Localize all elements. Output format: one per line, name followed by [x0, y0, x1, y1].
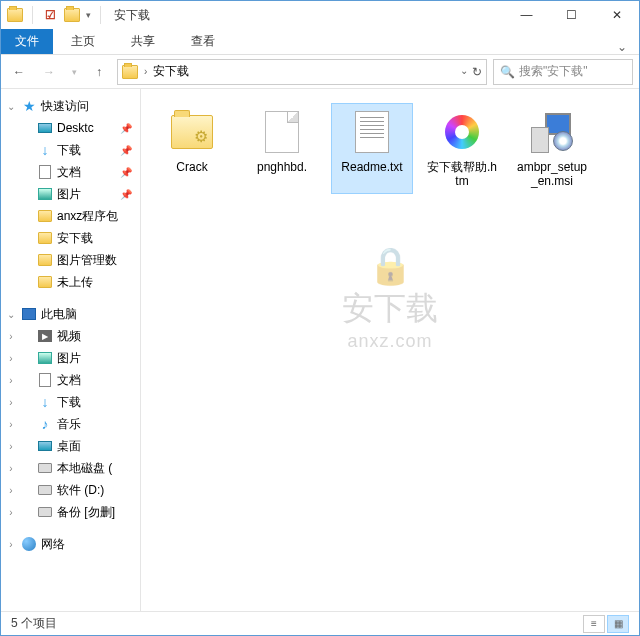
folder-icon	[37, 252, 53, 268]
sidebar-item-pictures[interactable]: 图片📌	[1, 183, 140, 205]
sidebar-item-music[interactable]: ›♪音乐	[1, 413, 140, 435]
navbar: ← → ▾ ↑ › 安下载 ⌄ ↻ 🔍 搜索"安下载"	[1, 55, 639, 89]
pin-icon: 📌	[120, 123, 136, 134]
qat-newfolder-icon[interactable]	[64, 7, 80, 23]
search-box[interactable]: 🔍 搜索"安下载"	[493, 59, 633, 85]
pin-icon: 📌	[120, 145, 136, 156]
download-icon: ↓	[37, 394, 53, 410]
star-icon: ★	[21, 98, 37, 114]
minimize-button[interactable]: —	[504, 1, 549, 29]
pin-icon: 📌	[120, 167, 136, 178]
sidebar-item-desktop[interactable]: Desktc📌	[1, 117, 140, 139]
forward-button[interactable]: →	[37, 60, 61, 84]
watermark: 🔒 安下载 anxz.com	[342, 244, 438, 351]
view-icons-button[interactable]: ▦	[607, 615, 629, 633]
ribbon-tabs: 文件 主页 共享 查看 ⌄	[1, 29, 639, 55]
tab-share[interactable]: 共享	[113, 29, 173, 54]
refresh-button[interactable]: ↻	[472, 65, 482, 79]
download-icon: ↓	[37, 142, 53, 158]
desktop-icon	[37, 438, 53, 454]
document-icon	[37, 372, 53, 388]
sidebar-item-downloads2[interactable]: ›↓下载	[1, 391, 140, 413]
sidebar-item-notuploaded[interactable]: 未上传	[1, 271, 140, 293]
picture-icon	[37, 350, 53, 366]
sidebar-item-pictures2[interactable]: ›图片	[1, 347, 140, 369]
file-list[interactable]: 🔒 安下载 anxz.com Crack pnghhbd. Readme.txt…	[141, 89, 639, 611]
desktop-icon	[37, 120, 53, 136]
this-pc[interactable]: ⌄此电脑	[1, 303, 140, 325]
music-icon: ♪	[37, 416, 53, 432]
statusbar: 5 个项目 ≡ ▦	[1, 611, 639, 635]
tab-file[interactable]: 文件	[1, 29, 53, 54]
network-icon	[21, 536, 37, 552]
address-dropdown-icon[interactable]: ⌄	[460, 65, 468, 79]
sidebar-item-backup[interactable]: ›备份 [勿删]	[1, 501, 140, 523]
back-button[interactable]: ←	[7, 60, 31, 84]
search-icon: 🔍	[500, 65, 515, 79]
file-item-setup-msi[interactable]: ambpr_setup_en.msi	[511, 103, 593, 194]
window-title: 安下载	[114, 7, 150, 24]
sidebar-item-desktop2[interactable]: ›桌面	[1, 435, 140, 457]
file-item-readme[interactable]: Readme.txt	[331, 103, 413, 194]
drive-icon	[37, 482, 53, 498]
quick-access[interactable]: ⌄★ 快速访问	[1, 95, 140, 117]
sidebar-item-picmgmt[interactable]: 图片管理数	[1, 249, 140, 271]
htm-file-icon	[442, 112, 482, 152]
sidebar-item-documents2[interactable]: ›文档	[1, 369, 140, 391]
explorer-window: ☑ ▾ 安下载 — ☐ ✕ 文件 主页 共享 查看 ⌄ ← → ▾ ↑ › 安下…	[0, 0, 640, 636]
blank-file-icon	[265, 111, 299, 153]
titlebar: ☑ ▾ 安下载 — ☐ ✕	[1, 1, 639, 29]
maximize-button[interactable]: ☐	[549, 1, 594, 29]
view-details-button[interactable]: ≡	[583, 615, 605, 633]
qat-properties-icon[interactable]: ☑	[42, 7, 58, 23]
up-button[interactable]: ↑	[87, 60, 111, 84]
network[interactable]: ›网络	[1, 533, 140, 555]
txt-file-icon	[355, 111, 389, 153]
msi-file-icon	[531, 111, 573, 153]
folder-icon	[37, 208, 53, 224]
picture-icon	[37, 186, 53, 202]
drive-icon	[37, 504, 53, 520]
search-placeholder: 搜索"安下载"	[519, 63, 588, 80]
sidebar-item-downloads[interactable]: ↓下载📌	[1, 139, 140, 161]
video-icon: ▶	[37, 328, 53, 344]
file-item-help-htm[interactable]: 安下载帮助.htm	[421, 103, 503, 194]
close-button[interactable]: ✕	[594, 1, 639, 29]
sidebar-item-localdisk[interactable]: ›本地磁盘 (	[1, 457, 140, 479]
address-folder-icon	[122, 64, 138, 80]
sidebar-item-documents[interactable]: 文档📌	[1, 161, 140, 183]
app-icon	[7, 7, 23, 23]
file-item-pnghhbd[interactable]: pnghhbd.	[241, 103, 323, 194]
address-bar[interactable]: › 安下载 ⌄ ↻	[117, 59, 487, 85]
ribbon-expand[interactable]: ⌄	[605, 40, 639, 54]
recent-dropdown[interactable]: ▾	[67, 60, 81, 84]
document-icon	[37, 164, 53, 180]
pin-icon: 📌	[120, 189, 136, 200]
sidebar-item-videos[interactable]: ›▶视频	[1, 325, 140, 347]
nav-pane: ⌄★ 快速访问 Desktc📌 ↓下载📌 文档📌 图片📌 anxz程序包 安下载…	[1, 89, 141, 611]
breadcrumb-current[interactable]: 安下载	[153, 63, 189, 80]
pc-icon	[21, 306, 37, 322]
status-count: 5 个项目	[11, 615, 57, 632]
file-item-crack[interactable]: Crack	[151, 103, 233, 194]
folder-icon	[37, 274, 53, 290]
sidebar-item-anxiazai[interactable]: 安下载	[1, 227, 140, 249]
qat-dropdown[interactable]: ▾	[86, 10, 91, 20]
folder-gear-icon	[171, 115, 213, 149]
folder-icon	[37, 230, 53, 246]
breadcrumb-chevron-icon[interactable]: ›	[144, 66, 147, 77]
drive-icon	[37, 460, 53, 476]
sidebar-item-anxz[interactable]: anxz程序包	[1, 205, 140, 227]
tab-home[interactable]: 主页	[53, 29, 113, 54]
sidebar-item-drive-d[interactable]: ›软件 (D:)	[1, 479, 140, 501]
tab-view[interactable]: 查看	[173, 29, 233, 54]
